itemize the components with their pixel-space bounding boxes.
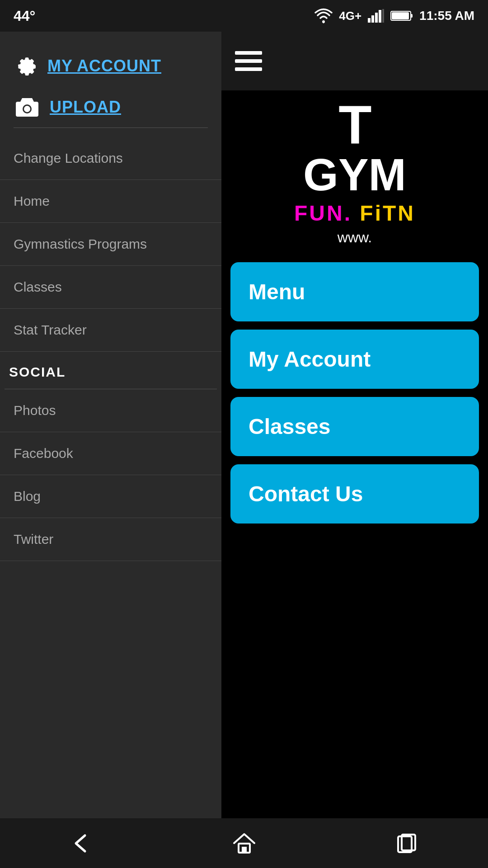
wifi-icon [314, 8, 333, 24]
sidebar-account-item[interactable]: MY ACCOUNT [9, 45, 212, 86]
logo-fitn: FiTN [360, 201, 415, 225]
svg-rect-12 [242, 847, 247, 853]
right-header [221, 32, 488, 90]
sidebar-item-change-locations[interactable]: Change Locations [0, 137, 221, 180]
sidebar-item-classes[interactable]: Classes [0, 266, 221, 309]
my-account-button[interactable]: My Account [230, 330, 479, 389]
logo-area: T GYM FUN. FiTN www. [221, 90, 488, 253]
temperature: 44° [14, 8, 35, 24]
sidebar-item-facebook[interactable]: Facebook [0, 432, 221, 475]
social-section-label: SOCIAL [0, 352, 221, 389]
status-icons: 4G+ 11:55 AM [314, 8, 474, 24]
svg-rect-7 [411, 14, 413, 18]
right-panel: T GYM FUN. FiTN www. Menu My Account Cla… [221, 32, 488, 868]
logo-fun: FUN. [294, 201, 360, 225]
sidebar-item-blog[interactable]: Blog [0, 475, 221, 518]
back-icon [69, 831, 94, 856]
menu-button[interactable]: Menu [230, 262, 479, 321]
my-account-label: MY ACCOUNT [47, 57, 161, 75]
divider-top [14, 127, 208, 128]
sidebar-item-stat-tracker[interactable]: Stat Tracker [0, 309, 221, 352]
back-button[interactable] [56, 826, 108, 860]
action-buttons: Menu My Account Classes Contact Us [221, 262, 488, 524]
svg-rect-5 [382, 9, 384, 23]
sidebar-item-gymnastics[interactable]: Gymnastics Programs [0, 223, 221, 266]
gear-icon [14, 53, 38, 78]
sidebar-top: MY ACCOUNT UPLOAD [0, 32, 221, 137]
classes-button[interactable]: Classes [230, 397, 479, 456]
svg-rect-4 [379, 10, 381, 23]
svg-rect-8 [392, 12, 409, 19]
network-type: 4G+ [339, 9, 361, 23]
logo-main-text: T [294, 98, 415, 152]
logo-container: T GYM FUN. FiTN www. [294, 98, 415, 246]
logo-gym-text: GYM [294, 152, 415, 197]
logo-url: www. [294, 229, 415, 246]
sidebar-nav: Change Locations Home Gymnastics Program… [0, 137, 221, 352]
camera-icon [14, 94, 41, 119]
logo-tagline: FUN. FiTN [294, 201, 415, 226]
home-button[interactable] [218, 826, 270, 860]
main-layout: MY ACCOUNT UPLOAD Change Locations Home … [0, 32, 488, 868]
hamburger-line-3 [235, 67, 262, 71]
upload-label: UPLOAD [50, 98, 121, 117]
recents-button[interactable] [381, 826, 433, 860]
time: 11:55 AM [419, 9, 474, 23]
sidebar-upload-item[interactable]: UPLOAD [9, 86, 212, 127]
svg-rect-1 [368, 18, 371, 23]
sidebar-item-home[interactable]: Home [0, 180, 221, 223]
home-icon [232, 831, 257, 856]
svg-rect-3 [375, 13, 378, 23]
contact-us-button[interactable]: Contact Us [230, 464, 479, 524]
recents-icon [394, 831, 419, 856]
hamburger-line-2 [235, 59, 262, 63]
signal-icon [368, 9, 384, 23]
svg-point-10 [24, 106, 30, 112]
battery-icon [390, 10, 413, 22]
hamburger-menu[interactable] [235, 51, 262, 71]
sidebar-item-photos[interactable]: Photos [0, 389, 221, 432]
status-bar: 44° 4G+ 11:55 AM [0, 0, 488, 32]
bottom-nav [0, 818, 488, 868]
sidebar-social: Photos Facebook Blog Twitter [0, 389, 221, 561]
hamburger-line-1 [235, 51, 262, 55]
sidebar-item-twitter[interactable]: Twitter [0, 518, 221, 561]
svg-rect-2 [371, 15, 374, 23]
sidebar: MY ACCOUNT UPLOAD Change Locations Home … [0, 32, 221, 868]
